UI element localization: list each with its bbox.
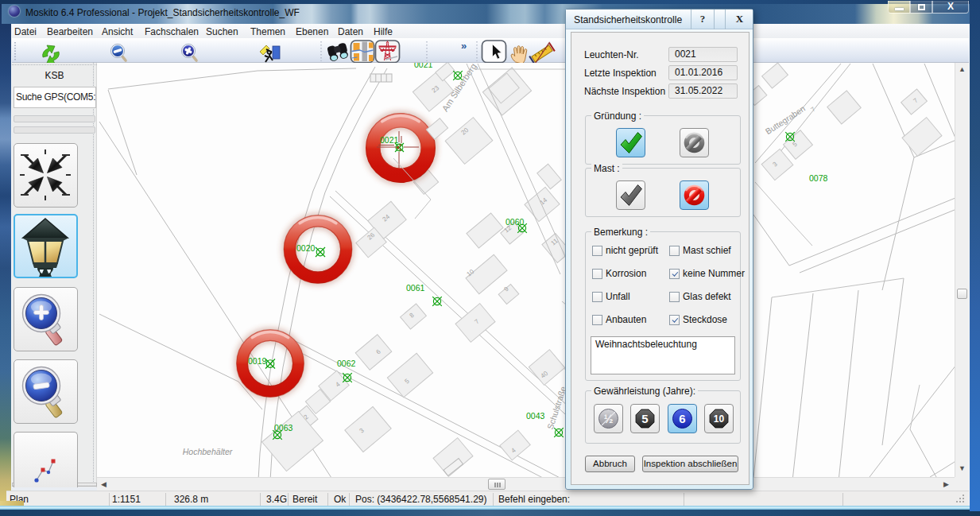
svg-text:6: 6 <box>679 412 685 425</box>
svg-text:»: » <box>461 40 467 52</box>
svg-text:0021: 0021 <box>380 135 399 145</box>
svg-text:0061: 0061 <box>406 283 425 293</box>
svg-text:0078: 0078 <box>809 173 828 183</box>
svg-text:Hochbehälter: Hochbehälter <box>183 447 233 456</box>
svg-text:0020: 0020 <box>296 243 316 253</box>
svg-text:0021: 0021 <box>414 63 433 69</box>
svg-text:0062: 0062 <box>337 359 356 368</box>
svg-text:0060: 0060 <box>505 217 525 227</box>
svg-text:0043: 0043 <box>526 411 545 421</box>
svg-text:0019: 0019 <box>248 356 267 366</box>
svg-text:0063: 0063 <box>274 423 293 433</box>
svg-text:10: 10 <box>714 413 725 425</box>
svg-text:5: 5 <box>641 412 648 425</box>
